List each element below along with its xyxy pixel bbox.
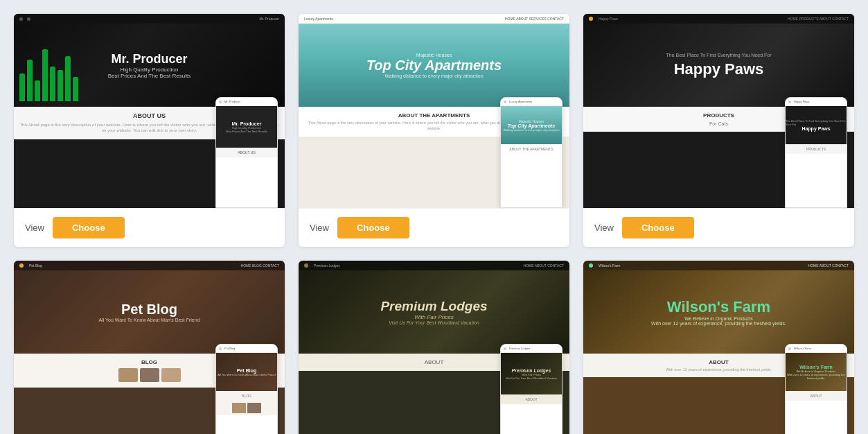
nav-bar: Luxury Apartments HOME ABOUT SERVICES CO… bbox=[299, 14, 569, 24]
hero-section: Wilson's Farm We Believe in Organic Prod… bbox=[583, 270, 854, 354]
view-button[interactable]: View bbox=[594, 223, 614, 233]
card-actions: View Choose bbox=[583, 209, 854, 247]
choose-button[interactable]: Choose bbox=[337, 217, 409, 238]
mobile-title: Mr. Producer bbox=[232, 121, 262, 126]
mobile-sub2: With over 12 years of experience, provid… bbox=[786, 373, 847, 380]
hero-section: Premium Lodges With Fair Prices Visit Us… bbox=[299, 270, 569, 354]
card-premium-lodges: Premium Lodges HOME ABOUT CONTACT Premiu… bbox=[299, 261, 569, 434]
mobile-sub: All You Want To Know About Man's Best Fr… bbox=[218, 373, 275, 376]
blog-image-2 bbox=[140, 368, 159, 382]
mobile-nav-title: Wilson's Farm bbox=[794, 347, 811, 350]
mobile-title: Premium Lodges bbox=[512, 368, 551, 373]
hero-sub: We Believe in Organic Products bbox=[684, 316, 753, 321]
mobile-header: Mr. Producer bbox=[216, 98, 277, 106]
paw-icon bbox=[589, 17, 593, 21]
bar bbox=[50, 67, 55, 101]
hero-section: Pet Blog All You Want To Know About Man'… bbox=[14, 270, 285, 354]
view-button[interactable]: View bbox=[25, 223, 44, 233]
mobile-hero: The Best Place To Find Everything You Ne… bbox=[786, 106, 847, 144]
mobile-dot bbox=[219, 347, 222, 350]
mobile-header: Luxury Apartments bbox=[501, 98, 562, 106]
mobile-hero: Pet Blog All You Want To Know About Man'… bbox=[216, 353, 277, 391]
nav-dot bbox=[27, 17, 30, 21]
mobile-body: Wilson's Farm We Believe in Organic Prod… bbox=[786, 353, 847, 434]
preview-wilsons-farm: Wilson's Farm HOME ABOUT CONTACT Wilson'… bbox=[583, 261, 854, 434]
card-luxury-apartments: Luxury Apartments HOME ABOUT SERVICES CO… bbox=[299, 14, 569, 247]
card-actions: View Choose bbox=[14, 209, 285, 247]
mobile-blog-img bbox=[232, 403, 246, 413]
mobile-title: Wilson's Farm bbox=[799, 365, 833, 370]
hero-section: The Best Place To Find Everything You Ne… bbox=[583, 24, 854, 107]
hero-title: Premium Lodges bbox=[380, 299, 487, 314]
mobile-header: Premium Lodges bbox=[501, 345, 562, 353]
bar bbox=[35, 80, 40, 101]
nav-bar: Premium Lodges HOME ABOUT CONTACT bbox=[299, 261, 569, 270]
nav-links: HOME ABOUT CONTACT bbox=[808, 263, 849, 268]
mobile-title: Happy Paws bbox=[801, 126, 830, 131]
hero-section: Majestic Houses Top City Apartments Walk… bbox=[299, 24, 569, 107]
mobile-dot bbox=[504, 347, 506, 350]
nav-links: HOME ABOUT SERVICES CONTACT bbox=[505, 17, 564, 21]
bar bbox=[19, 73, 25, 101]
view-button[interactable]: View bbox=[310, 223, 329, 233]
mobile-sub2: Best Prices And The Best Results bbox=[226, 130, 267, 133]
blog-image-3 bbox=[161, 368, 181, 382]
nav-brand: Premium Lodges bbox=[314, 263, 340, 268]
mobile-sub2: Visit Us For Your Best Woodland Vacation bbox=[506, 376, 558, 380]
mobile-dot bbox=[788, 347, 791, 350]
mobile-nav-title: Premium Lodges bbox=[509, 347, 530, 350]
mobile-nav-title: Pet Blog bbox=[224, 347, 235, 350]
mobile-nav-title: Happy Paws bbox=[794, 100, 809, 103]
mobile-body: Pet Blog All You Want To Know About Man'… bbox=[216, 353, 277, 434]
mobile-body: The Best Place To Find Everything You Ne… bbox=[786, 106, 847, 207]
mobile-sub: Walking distance to every major city att… bbox=[503, 128, 559, 132]
mobile-about: ABOUT US bbox=[216, 148, 277, 157]
card-pet-blog: Pet Blog HOME BLOG CONTACT Pet Blog All … bbox=[14, 261, 285, 434]
preview-premium-lodges: Premium Lodges HOME ABOUT CONTACT Premiu… bbox=[299, 261, 569, 434]
mobile-hero: Premium Lodges With Fair Prices Visit Us… bbox=[501, 353, 562, 394]
mobile-blog: BLOG bbox=[216, 391, 277, 401]
nav-bar: Wilson's Farm HOME ABOUT CONTACT bbox=[583, 261, 854, 270]
hero-sub2: Visit Us For Your Best Woodland Vacation bbox=[389, 320, 479, 325]
mobile-title: Top City Apartments bbox=[508, 123, 555, 128]
hero-sub: The Best Place To Find Everything You Ne… bbox=[666, 53, 771, 58]
nav-brand: Pet Blog bbox=[29, 263, 42, 268]
nav-bar: Pet Blog HOME BLOG CONTACT bbox=[14, 261, 285, 270]
hero-title: Top City Apartments bbox=[366, 58, 502, 73]
choose-button[interactable]: Choose bbox=[622, 217, 694, 238]
hero-title: Wilson's Farm bbox=[667, 298, 770, 316]
hero-section: Mr. Producer High Quality Production Bes… bbox=[14, 24, 285, 107]
paw-icon bbox=[19, 263, 24, 268]
nav-bar: Happy Paws HOME PRODUCTS ABOUT CONTACT bbox=[583, 14, 854, 24]
hero-subtitle: Best Prices And The Best Results bbox=[108, 73, 191, 79]
nav-brand: Wilson's Farm bbox=[599, 263, 621, 268]
mobile-about: ABOUT bbox=[501, 394, 562, 404]
mobile-body: Majestic Houses Top City Apartments Walk… bbox=[501, 106, 562, 207]
card-happy-paws: Happy Paws HOME PRODUCTS ABOUT CONTACT T… bbox=[583, 14, 854, 247]
nav-links: HOME BLOG CONTACT bbox=[241, 263, 279, 268]
hero-tagline: High Quality Production bbox=[120, 67, 178, 73]
mobile-preview-luxury-apartments: Luxury Apartments Majestic Houses Top Ci… bbox=[500, 97, 563, 208]
nav-links: HOME PRODUCTS ABOUT CONTACT bbox=[788, 17, 849, 21]
hero-sub2: With over 12 years of experience, provid… bbox=[651, 321, 786, 326]
farm-icon bbox=[589, 263, 593, 268]
mobile-header: Happy Paws bbox=[786, 98, 847, 106]
preview-happy-paws: Happy Paws HOME PRODUCTS ABOUT CONTACT T… bbox=[583, 14, 854, 208]
bar bbox=[27, 60, 33, 101]
hero-sub: Walking distance to every major city att… bbox=[384, 73, 483, 78]
hero-title: Mr. Producer bbox=[111, 52, 187, 67]
hero-title: Happy Paws bbox=[674, 60, 764, 78]
hero-small: Majestic Houses bbox=[416, 53, 452, 58]
mobile-title: Pet Blog bbox=[237, 368, 256, 373]
preview-luxury-apartments: Luxury Apartments HOME ABOUT SERVICES CO… bbox=[299, 14, 569, 208]
choose-button[interactable]: Choose bbox=[53, 217, 125, 238]
nav-brand: Mr. Producer bbox=[259, 17, 279, 21]
bar bbox=[42, 49, 48, 101]
mobile-dot bbox=[504, 101, 506, 103]
card-actions: View Choose bbox=[299, 209, 569, 247]
mobile-preview-wilsons-farm: Wilson's Farm Wilson's Farm We Believe i… bbox=[785, 344, 847, 434]
card-mr-producer: Mr. Producer Mr. Producer High Quali bbox=[14, 14, 285, 247]
mobile-preview-premium-lodges: Premium Lodges Premium Lodges With Fair … bbox=[500, 344, 563, 434]
mobile-header: Pet Blog bbox=[216, 345, 277, 353]
nav-links: HOME ABOUT CONTACT bbox=[524, 263, 564, 268]
